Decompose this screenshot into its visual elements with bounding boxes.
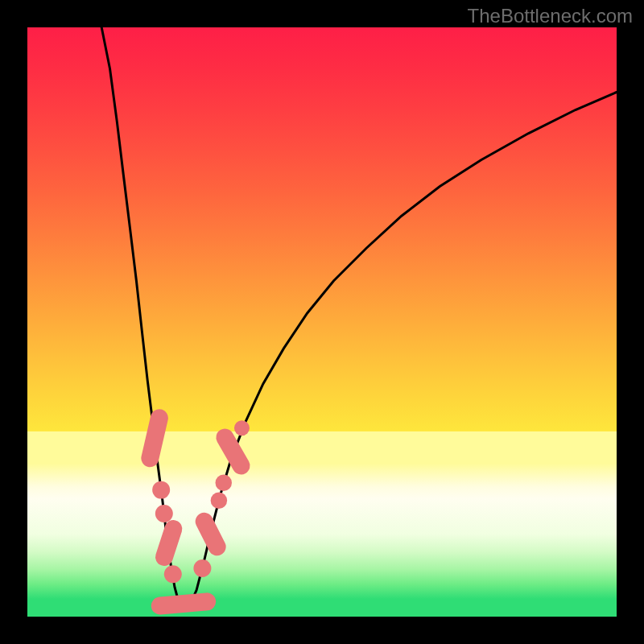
right-capsule-1 (204, 522, 217, 547)
left-dot-1 (152, 481, 170, 499)
right-dot-1 (193, 559, 211, 577)
left-dot-2 (155, 505, 173, 522)
left-capsule-2 (164, 529, 173, 557)
chart-svg (0, 0, 644, 644)
right-dot-2 (211, 493, 227, 509)
frame-left (0, 0, 27, 644)
bottom-capsule (160, 601, 207, 605)
left-cluster-top (150, 418, 159, 458)
chart-frame: TheBottleneck.com (0, 0, 644, 644)
left-dot-3 (164, 565, 182, 583)
right-dot-4 (234, 420, 250, 436)
frame-right (617, 0, 644, 644)
right-dot-3 (216, 475, 232, 491)
watermark-text: TheBottleneck.com (468, 5, 633, 27)
frame-bottom (0, 617, 644, 644)
